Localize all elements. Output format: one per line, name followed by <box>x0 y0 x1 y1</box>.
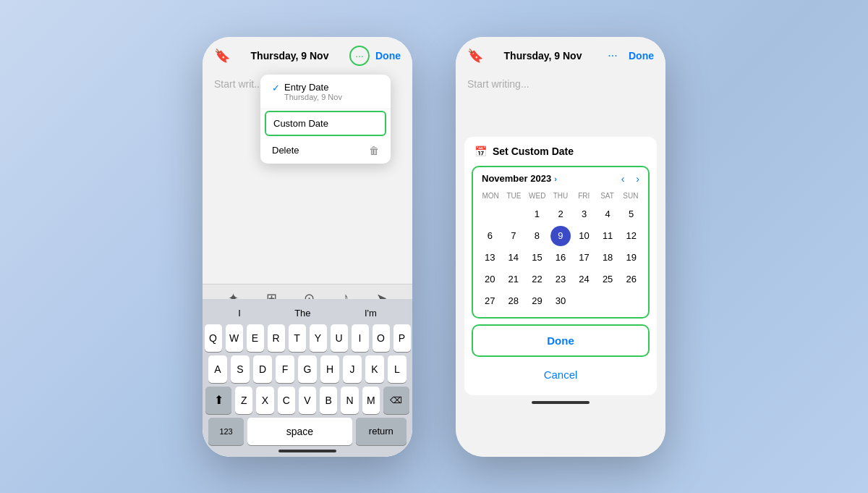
key-t[interactable]: T <box>289 324 306 352</box>
bottom-key-row: 123 space return <box>205 418 409 445</box>
calendar-day[interactable]: 28 <box>503 291 525 311</box>
calendar-day[interactable]: 23 <box>550 269 572 290</box>
suggestion-im[interactable]: I'm <box>356 306 386 320</box>
home-indicator-2 <box>532 401 590 404</box>
key-r[interactable]: R <box>268 324 285 352</box>
phone-1: 🔖 Thursday, 9 Nov ··· Done Start writ...… <box>203 37 412 457</box>
calendar-day[interactable]: 19 <box>620 248 642 268</box>
header-date-1: Thursday, 9 Nov <box>251 50 329 62</box>
key-y[interactable]: Y <box>310 324 327 352</box>
calendar-day[interactable]: 2 <box>550 204 572 224</box>
key-n[interactable]: N <box>341 387 358 414</box>
calendar-day[interactable]: 18 <box>597 248 619 268</box>
key-f[interactable]: F <box>276 355 294 383</box>
key-p[interactable]: P <box>393 324 411 352</box>
calendar-day[interactable]: 8 <box>526 226 548 246</box>
delete-key[interactable]: ⌫ <box>383 387 409 414</box>
more-button-1[interactable]: ··· <box>349 46 370 66</box>
calendar-day[interactable]: 3 <box>573 204 595 224</box>
done-button-2[interactable]: Done <box>629 50 654 62</box>
delete-menu-item[interactable]: Delete 🗑 <box>260 138 391 164</box>
key-j[interactable]: J <box>343 355 362 383</box>
key-m[interactable]: M <box>362 387 380 414</box>
calendar-day[interactable]: 7 <box>503 226 525 246</box>
return-key[interactable]: return <box>356 418 407 445</box>
checkmark-icon: ✓ <box>272 83 280 93</box>
entry-date-subtitle: Thursday, 9 Nov <box>284 93 342 101</box>
calendar-day[interactable]: 29 <box>526 291 548 311</box>
calendar-day[interactable]: 25 <box>597 269 619 290</box>
calendar-day[interactable]: 27 <box>479 291 501 311</box>
key-g[interactable]: G <box>298 355 317 383</box>
custom-date-menu-item[interactable]: Custom Date <box>265 111 386 136</box>
calendar-day[interactable]: 5 <box>620 204 642 224</box>
cancel-button[interactable]: Cancel <box>472 360 650 389</box>
prev-month-button[interactable]: ‹ <box>621 173 625 185</box>
key-u[interactable]: U <box>331 324 348 352</box>
top-icons-2: ··· Done <box>603 46 654 66</box>
done-button-1[interactable]: Done <box>375 50 401 62</box>
entry-date-title: Entry Date <box>284 82 342 93</box>
calendar-day[interactable]: 10 <box>573 226 595 246</box>
calendar-day[interactable]: 14 <box>503 248 525 268</box>
key-k[interactable]: K <box>365 355 384 383</box>
calendar-header: November 2023 › ‹ › <box>479 173 642 185</box>
key-z[interactable]: Z <box>235 387 252 414</box>
calendar-day <box>503 204 525 224</box>
calendar-day[interactable]: 11 <box>597 226 619 246</box>
writing-placeholder-1: Start writ... <box>214 78 263 90</box>
key-v[interactable]: V <box>299 387 316 414</box>
key-e[interactable]: E <box>247 324 264 352</box>
calendar-day[interactable]: 17 <box>573 248 595 268</box>
keyboard-1: I The I'm Q W E R T Y U I O P A S D F <box>203 299 412 457</box>
calendar-day <box>573 291 595 311</box>
writing-placeholder-2: Start writing... <box>467 78 529 90</box>
key-b[interactable]: B <box>320 387 337 414</box>
calendar-day[interactable]: 22 <box>526 269 548 290</box>
numbers-key[interactable]: 123 <box>208 418 244 445</box>
key-s[interactable]: S <box>231 355 250 383</box>
key-h[interactable]: H <box>320 355 339 383</box>
month-chevron-icon[interactable]: › <box>554 174 557 183</box>
bookmark-icon-2: 🔖 <box>467 48 483 64</box>
shift-key[interactable]: ⬆ <box>205 387 231 414</box>
space-key[interactable]: space <box>247 418 352 445</box>
set-custom-title: Set Custom Date <box>493 146 574 157</box>
calendar-day[interactable]: 16 <box>550 248 572 268</box>
calendar-day[interactable]: 9 <box>550 226 571 246</box>
suggestion-i[interactable]: I <box>229 306 250 320</box>
key-a[interactable]: A <box>208 355 227 383</box>
key-i[interactable]: I <box>352 324 369 352</box>
calendar-day[interactable]: 12 <box>620 226 642 246</box>
calendar-day[interactable]: 13 <box>479 248 501 268</box>
calendar-day[interactable]: 20 <box>479 269 501 290</box>
calendar-day[interactable]: 24 <box>573 269 595 290</box>
suggestions-row: I The I'm <box>205 303 409 324</box>
calendar-day[interactable]: 21 <box>503 269 525 290</box>
suggestion-the[interactable]: The <box>286 306 319 320</box>
set-custom-date-panel: 📅 Set Custom Date November 2023 › ‹ › <box>464 137 657 395</box>
more-button-2[interactable]: ··· <box>603 46 623 66</box>
next-month-button[interactable]: › <box>636 173 639 185</box>
calendar-day[interactable]: 15 <box>526 248 548 268</box>
calendar-day[interactable]: 30 <box>550 291 572 311</box>
day-header-thu: THU <box>549 190 572 201</box>
key-x[interactable]: X <box>256 387 273 414</box>
calendar-day[interactable]: 6 <box>479 226 501 246</box>
done-full-button[interactable]: Done <box>472 324 650 357</box>
day-header-fri: FRI <box>572 190 595 201</box>
key-o[interactable]: O <box>373 324 390 352</box>
key-d[interactable]: D <box>253 355 272 383</box>
key-w[interactable]: W <box>226 324 243 352</box>
calendar-day[interactable]: 4 <box>597 204 619 224</box>
calendar-day[interactable]: 1 <box>526 204 548 224</box>
key-c[interactable]: C <box>278 387 295 414</box>
calendar-day-headers: MON TUE WED THU FRI SAT SUN <box>479 190 642 201</box>
top-bar-1: 🔖 Thursday, 9 Nov ··· Done <box>203 37 412 72</box>
calendar-day[interactable]: 26 <box>620 269 642 290</box>
entry-date-menu-item[interactable]: ✓ Entry Date Thursday, 9 Nov <box>260 75 391 109</box>
top-bar-2: 🔖 Thursday, 9 Nov ··· Done <box>456 37 665 72</box>
key-q[interactable]: Q <box>205 324 222 352</box>
calendar-day <box>620 291 642 311</box>
key-l[interactable]: L <box>388 355 407 383</box>
